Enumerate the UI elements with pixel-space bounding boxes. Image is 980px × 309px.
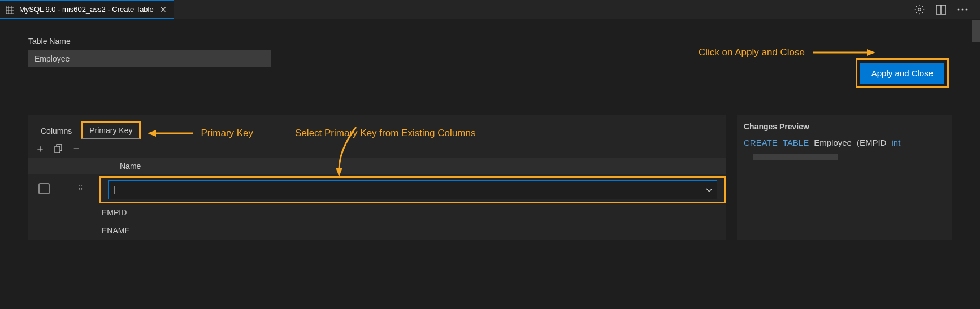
horizontal-scrollbar[interactable] (753, 154, 838, 160)
annotation-select-pk: Select Primary Key from Existing Columns (295, 128, 475, 139)
svg-marker-12 (867, 49, 875, 56)
changes-preview-title: Changes Preview (744, 122, 952, 131)
table-name-label: Table Name (28, 37, 952, 46)
tab-bar: MySQL 9.0 - mis602_ass2 - Create Table ✕ (0, 0, 980, 20)
pk-header-name: Name (120, 162, 719, 171)
pk-table: Name ⠿ | (28, 158, 726, 240)
tab-primary-key[interactable]: Primary Key (81, 121, 141, 139)
apply-close-button[interactable]: Apply and Close (860, 63, 944, 84)
pk-dropdown-options: EMPID ENAME (95, 203, 726, 240)
annotation-apply: Click on Apply and Close (699, 47, 805, 58)
arrow-select-pk (333, 127, 367, 178)
arrow-primary-key (148, 128, 193, 139)
close-icon[interactable]: ✕ (158, 5, 168, 15)
pk-name-dropdown[interactable]: | (108, 180, 717, 199)
gear-icon[interactable] (913, 3, 926, 16)
left-panel: Columns Primary Key Primary Key Select P… (28, 115, 726, 240)
top-right-actions (913, 3, 969, 16)
copy-icon[interactable] (53, 143, 63, 154)
svg-point-5 (918, 8, 921, 11)
annotation-primary-key: Primary Key (201, 128, 253, 139)
pk-option-ename[interactable]: ENAME (95, 221, 726, 240)
tab-title: MySQL 9.0 - mis602_ass2 - Create Table (19, 5, 154, 14)
drag-handle-icon[interactable]: ⠿ (78, 185, 95, 193)
pk-toolbar: ＋ − (28, 139, 726, 158)
pk-option-empid[interactable]: EMPID (95, 203, 726, 221)
svg-marker-13 (148, 130, 156, 137)
editor-tab-create-table[interactable]: MySQL 9.0 - mis602_ass2 - Create Table ✕ (0, 0, 174, 19)
pk-dropdown-highlight: | (99, 176, 726, 203)
table-name-input[interactable] (28, 50, 271, 67)
remove-icon[interactable]: − (71, 143, 81, 154)
tab-columns[interactable]: Columns (34, 123, 79, 139)
sub-tabs: Columns Primary Key Primary Key Select P… (28, 115, 726, 139)
split-layout-icon[interactable] (935, 3, 947, 16)
svg-rect-16 (55, 146, 60, 153)
add-icon[interactable]: ＋ (35, 143, 45, 154)
chevron-down-icon[interactable] (706, 185, 713, 195)
arrow-apply (813, 47, 875, 58)
table-icon (6, 5, 15, 14)
pk-row-checkbox[interactable] (38, 183, 50, 194)
svg-point-10 (966, 9, 968, 11)
pk-table-header: Name (28, 158, 726, 174)
svg-point-8 (958, 9, 960, 11)
changes-preview-panel: Changes Preview ◀ CREATE TABLE Employee … (737, 115, 952, 240)
svg-rect-0 (6, 6, 14, 14)
sql-preview: ◀ CREATE TABLE Employee (EMPID int (744, 138, 952, 148)
more-icon[interactable] (956, 3, 969, 16)
svg-point-9 (962, 9, 964, 11)
apply-close-highlight: Apply and Close (856, 58, 949, 88)
